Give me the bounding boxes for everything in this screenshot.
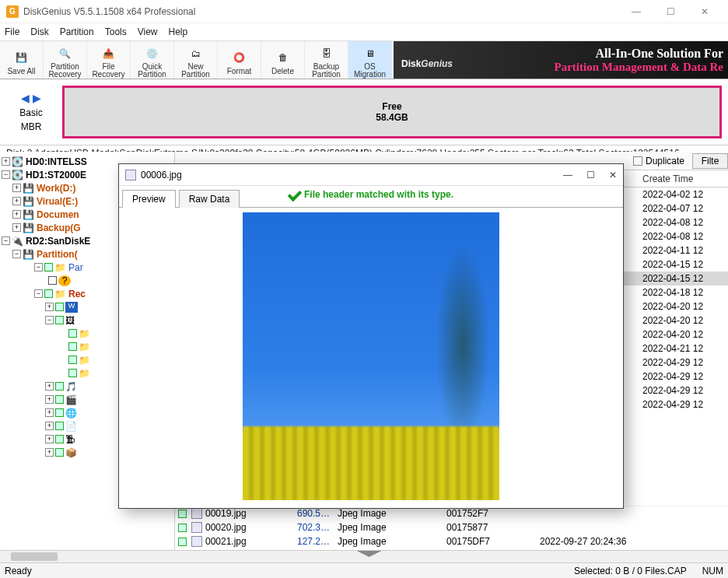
toolbar: 💾Save All 🔍PartitionRecovery 📥FileRecove… [0,40,728,79]
disk-type: Basic [19,107,42,118]
disk-icon: 💿 [143,44,162,62]
layers-icon: 🗂 [187,44,205,62]
minimize-button[interactable]: — [619,1,653,23]
partition-name: Free [382,101,401,112]
menu-help[interactable]: Help [169,26,188,37]
window-title: DiskGenius V5.5.1.1508 x64 Professional [23,6,195,17]
toolbar-os-migration[interactable]: 🖥OS Migration [348,41,392,79]
nav-arrows[interactable]: ◀ ▶ [21,92,41,104]
recover-icon: 📥 [100,44,118,62]
toolbar-quick-partition[interactable]: 💿QuickPartition [131,41,174,79]
menu-partition[interactable]: Partition [60,26,94,37]
toolbar-format[interactable]: ⭕Format [218,41,261,79]
check-icon [288,187,302,201]
save-icon: 💾 [12,48,31,67]
status-num: NUM [702,566,723,576]
disk-mbr: MBR [21,121,42,132]
backup-icon: 🗄 [317,44,336,62]
tab-raw-data[interactable]: Raw Data [179,190,240,208]
preview-status-message: File header matched with its type. [289,189,453,200]
format-icon: ⭕ [230,48,249,67]
list-item[interactable]: 00020.jpg702.3…Jpeg Image00175877 [175,520,728,534]
preview-minimize-button[interactable]: — [563,170,572,180]
toolbar-file-recovery[interactable]: 📥FileRecovery [87,41,131,79]
horizontal-scrollbar[interactable] [0,550,728,562]
app-icon: G [6,5,19,18]
filter-button[interactable]: Filte [692,153,728,169]
search-icon: 🔍 [56,44,75,62]
col-create-time[interactable]: Create Time [642,173,728,184]
delete-icon: 🗑 [274,48,292,67]
toolbar-delete[interactable]: 🗑Delete [261,41,305,79]
menu-disk[interactable]: Disk [30,26,48,37]
toolbar-partition-recovery[interactable]: 🔍PartitionRecovery [44,41,87,79]
preview-titlebar[interactable]: 00006.jpg — ☐ ✕ [119,164,623,186]
toolbar-new-partition[interactable]: 🗂NewPartition [174,41,218,79]
status-ready: Ready [5,566,32,576]
disk-map-area: ◀ ▶ Basic MBR Free 58.4GB [0,79,728,145]
menu-view[interactable]: View [138,26,158,37]
status-cap: CAP [667,566,687,576]
menu-file[interactable]: File [5,26,19,37]
collapse-toggle[interactable]: − [2,236,10,245]
disk-icon: 💽 [12,170,24,180]
menu-tools[interactable]: Tools [105,26,127,37]
list-item[interactable]: 00021.jpg127.2…Jpeg Image00175DF72022-09… [175,534,728,548]
statusbar: Ready Selected: 0 B / 0 Files. CAP NUM [0,562,728,578]
menubar: File Disk Partition Tools View Help [0,23,728,40]
drag-handle-icon[interactable] [357,551,382,557]
preview-close-button[interactable]: ✕ [609,170,617,180]
preview-window: 00006.jpg — ☐ ✕ Preview Raw Data File he… [118,163,624,509]
partition-bar-free[interactable]: Free 58.4GB [62,86,722,138]
usb-icon: 🔌 [12,236,24,247]
window-titlebar: G DiskGenius V5.5.1.1508 x64 Professiona… [0,0,728,23]
file-icon [125,170,136,180]
duplicate-checkbox[interactable]: Duplicate [633,156,684,166]
migration-icon: 🖥 [361,44,380,62]
maximize-button[interactable]: ☐ [653,1,688,23]
collapse-toggle[interactable]: − [2,170,10,179]
expand-toggle[interactable]: + [2,157,10,166]
preview-image-area [119,208,623,508]
toolbar-save-all[interactable]: 💾Save All [0,41,44,79]
preview-image [243,212,499,500]
preview-filename: 00006.jpg [141,170,182,180]
preview-maximize-button[interactable]: ☐ [586,170,595,180]
partition-size: 58.4GB [376,112,408,123]
brand-banner: DiskGenius All-In-One Solution For Parti… [394,41,728,79]
tab-preview[interactable]: Preview [122,190,176,208]
disk-icon: 💽 [12,156,24,167]
close-button[interactable]: ✕ [688,1,722,23]
toolbar-backup-partition[interactable]: 🗄BackupPartition [305,41,348,79]
status-selected: Selected: 0 B / 0 Files. [574,566,667,576]
